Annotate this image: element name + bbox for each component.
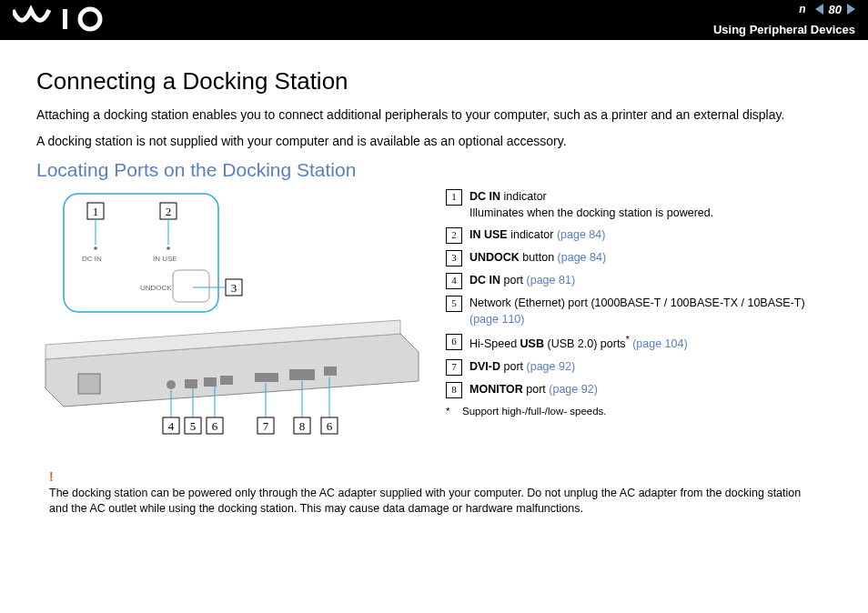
intro-text: Attaching a docking station enables you … [36, 106, 832, 150]
callout-3: 3 [231, 281, 237, 295]
legend-num: 1 [446, 189, 462, 206]
label-undock: UNDOCK [140, 284, 172, 292]
legend-text: MONITOR port (page 92) [469, 381, 598, 397]
legend-text: IN USE indicator (page 84) [469, 226, 605, 243]
legend-item-4: 4 DC IN port (page 81) [446, 272, 832, 289]
diagram-svg: DC IN IN USE UNDOCK 1 2 3 [36, 188, 428, 443]
legend-item-3: 3 UNDOCK button (page 84) [446, 249, 832, 266]
page-navigation: n 80 [795, 2, 855, 16]
section-title: Using Peripheral Devices [713, 23, 855, 36]
svg-point-1 [80, 9, 100, 29]
legend-text: DVI-D port (page 92) [469, 358, 575, 375]
next-page-icon[interactable] [847, 4, 855, 15]
legend-item-6: 6 Hi-Speed USB (USB 2.0) ports* (page 10… [446, 333, 832, 352]
legend-num: 4 [446, 273, 462, 289]
warning-note: ! The docking station can be powered onl… [49, 468, 819, 517]
callout-5: 5 [190, 419, 197, 433]
svg-rect-20 [289, 369, 315, 380]
section-heading: Locating Ports on the Docking Station [36, 159, 832, 181]
intro-paragraph-2: A docking station is not supplied with y… [36, 133, 832, 150]
legend-num: 6 [446, 334, 462, 350]
legend-item-2: 2 IN USE indicator (page 84) [446, 226, 832, 244]
legend-num: 8 [446, 382, 462, 398]
label-dc-in: DC IN [82, 255, 102, 263]
svg-rect-16 [185, 379, 197, 388]
callout-6a: 6 [212, 419, 218, 433]
legend-num: 2 [446, 227, 462, 244]
callout-7: 7 [263, 419, 269, 433]
svg-rect-17 [204, 377, 217, 387]
legend-num: 7 [446, 359, 462, 376]
legend-text: DC IN port (page 81) [469, 272, 575, 288]
legend-item-5: 5 Network (Ethernet) port (1000BASE-T / … [446, 295, 832, 327]
svg-rect-4 [173, 270, 209, 302]
legend-text: DC IN indicatorIlluminates when the dock… [469, 188, 713, 221]
legend-item-8: 8 MONITOR port (page 92) [446, 381, 832, 398]
callout-6b: 6 [327, 419, 333, 433]
callout-8: 8 [299, 419, 306, 433]
legend-text: Network (Ethernet) port (1000BASE-T / 10… [469, 295, 832, 327]
page-title: Connecting a Docking Station [36, 67, 832, 95]
callout-4: 4 [168, 419, 175, 433]
legend-item-1: 1 DC IN indicatorIlluminates when the do… [446, 188, 832, 221]
svg-rect-22 [78, 374, 100, 394]
ports-legend: 1 DC IN indicatorIlluminates when the do… [446, 188, 832, 418]
footnote-text: Support high-/full-/low- speeds. [462, 404, 607, 419]
legend-num: 3 [446, 250, 462, 266]
warning-icon: ! [49, 468, 819, 486]
n-mark: n [795, 2, 809, 16]
docking-station-diagram: DC IN IN USE UNDOCK 1 2 3 [36, 188, 428, 447]
svg-rect-19 [255, 373, 278, 382]
legend-text: UNDOCK button (page 84) [469, 249, 606, 266]
vaio-logo [13, 5, 113, 33]
svg-point-6 [167, 246, 170, 250]
legend-item-7: 7 DVI-D port (page 92) [446, 358, 832, 376]
page-number: 80 [829, 3, 842, 16]
callout-1: 1 [93, 205, 99, 218]
svg-rect-18 [220, 376, 233, 385]
svg-point-15 [167, 380, 176, 389]
warning-text: The docking station can be powered only … [49, 487, 801, 515]
footnote: * Support high-/full-/low- speeds. [446, 404, 832, 419]
legend-text: Hi-Speed USB (USB 2.0) ports* (page 104) [469, 333, 688, 352]
callout-2: 2 [166, 205, 172, 218]
svg-rect-0 [63, 9, 67, 29]
footnote-mark: * [446, 404, 453, 419]
intro-paragraph-1: Attaching a docking station enables you … [36, 106, 832, 124]
svg-point-5 [94, 246, 97, 250]
legend-num: 5 [446, 296, 462, 312]
svg-rect-21 [324, 367, 337, 376]
header-bar: n 80 Using Peripheral Devices [0, 0, 868, 40]
page-body: Connecting a Docking Station Attaching a… [0, 40, 868, 525]
label-in-use: IN USE [153, 255, 177, 263]
docking-body [45, 320, 419, 407]
prev-page-icon[interactable] [815, 4, 823, 15]
